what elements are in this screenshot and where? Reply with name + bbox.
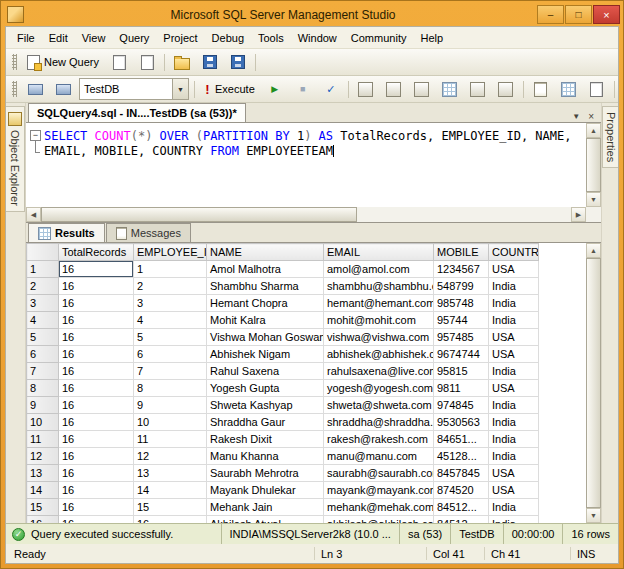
menu-file[interactable]: File: [10, 29, 42, 47]
column-header-mobile[interactable]: MOBILE: [434, 244, 489, 261]
grid-cell[interactable]: Mehank Jain: [207, 499, 324, 516]
scroll-up-icon[interactable]: ▲: [586, 243, 601, 258]
grid-cell[interactable]: 4: [134, 312, 207, 329]
grid-cell[interactable]: 16: [59, 329, 134, 346]
grid-cell[interactable]: India: [489, 499, 539, 516]
editor-vertical-scrollbar[interactable]: ▲ ▼: [586, 123, 601, 207]
grid-cell[interactable]: akhilesh@akhilesh.com: [324, 516, 434, 524]
row-header[interactable]: 12: [27, 448, 59, 465]
row-header[interactable]: 3: [27, 295, 59, 312]
grid-cell[interactable]: USA: [489, 482, 539, 499]
grid-cell[interactable]: USA: [489, 465, 539, 482]
grid-cell[interactable]: USA: [489, 261, 539, 278]
scroll-down-icon[interactable]: ▼: [586, 508, 601, 523]
grid-cell[interactable]: 7: [134, 363, 207, 380]
grid-cell[interactable]: 874520: [434, 482, 489, 499]
column-header-name[interactable]: NAME: [207, 244, 324, 261]
grid-cell[interactable]: 5: [134, 329, 207, 346]
toolbar-grip[interactable]: [12, 54, 17, 70]
scroll-up-icon[interactable]: ▲: [586, 123, 601, 138]
menu-tools[interactable]: Tools: [251, 29, 291, 47]
close-document-icon[interactable]: ×: [588, 111, 594, 122]
menu-query[interactable]: Query: [112, 29, 156, 47]
grid-cell[interactable]: 16: [59, 312, 134, 329]
grid-cell[interactable]: 16: [59, 261, 134, 278]
query-designer-button[interactable]: [380, 78, 408, 100]
menu-community[interactable]: Community: [344, 29, 414, 47]
row-header[interactable]: 4: [27, 312, 59, 329]
grid-vertical-scrollbar[interactable]: ▲ ▼: [586, 243, 601, 523]
grid-cell[interactable]: 84651...: [434, 431, 489, 448]
grid-cell[interactable]: hemant@hemant.com: [324, 295, 434, 312]
grid-cell[interactable]: 974845: [434, 397, 489, 414]
grid-cell[interactable]: 16: [59, 499, 134, 516]
analysis-services-query-button[interactable]: [133, 51, 161, 73]
scroll-right-icon[interactable]: ▶: [571, 207, 586, 222]
results-to-text-button[interactable]: [527, 78, 555, 100]
open-file-button[interactable]: [168, 51, 196, 73]
column-header-employee_id[interactable]: EMPLOYEE_ID: [134, 244, 207, 261]
grid-cell[interactable]: abhishek@abhishek.com: [324, 346, 434, 363]
grid-cell[interactable]: 14: [134, 482, 207, 499]
grid-cell[interactable]: rahulsaxena@live.com: [324, 363, 434, 380]
results-to-file-button[interactable]: [583, 78, 611, 100]
change-connection-button[interactable]: [49, 78, 77, 100]
grid-cell[interactable]: 1: [134, 261, 207, 278]
row-header[interactable]: 8: [27, 380, 59, 397]
grid-cell[interactable]: Hemant Chopra: [207, 295, 324, 312]
database-engine-query-button[interactable]: [105, 51, 133, 73]
menu-debug[interactable]: Debug: [205, 29, 251, 47]
grid-cell[interactable]: 12: [134, 448, 207, 465]
grid-cell[interactable]: 16: [59, 482, 134, 499]
menu-project[interactable]: Project: [156, 29, 204, 47]
grid-cell[interactable]: Yogesh Gupta: [207, 380, 324, 397]
grid-cell[interactable]: USA: [489, 380, 539, 397]
menu-edit[interactable]: Edit: [42, 29, 75, 47]
grid-cell[interactable]: Shweta Kashyap: [207, 397, 324, 414]
grid-cell[interactable]: 95815: [434, 363, 489, 380]
grid-cell[interactable]: 16: [59, 346, 134, 363]
grid-cell[interactable]: mayank@mayank.com: [324, 482, 434, 499]
row-header[interactable]: 9: [27, 397, 59, 414]
row-header[interactable]: 1: [27, 261, 59, 278]
grid-cell[interactable]: 11: [134, 431, 207, 448]
grid-cell[interactable]: Manu Khanna: [207, 448, 324, 465]
grid-cell[interactable]: Mohit Kalra: [207, 312, 324, 329]
grid-cell[interactable]: India: [489, 516, 539, 524]
column-header-totalrecords[interactable]: TotalRecords: [59, 244, 134, 261]
grid-cell[interactable]: amol@amol.com: [324, 261, 434, 278]
column-header-country[interactable]: COUNTRY: [489, 244, 539, 261]
grid-cell[interactable]: 10: [134, 414, 207, 431]
grid-cell[interactable]: 16: [59, 431, 134, 448]
grid-cell[interactable]: India: [489, 312, 539, 329]
chevron-down-icon[interactable]: ▼: [172, 79, 188, 99]
include-client-statistics-button[interactable]: [464, 78, 492, 100]
grid-cell[interactable]: India: [489, 448, 539, 465]
grid-cell[interactable]: 3: [134, 295, 207, 312]
column-header-email[interactable]: EMAIL: [324, 244, 434, 261]
grid-cell[interactable]: Abhishek Nigam: [207, 346, 324, 363]
grid-cell[interactable]: shambhu@shambhu.com: [324, 278, 434, 295]
grid-cell[interactable]: manu@manu.com: [324, 448, 434, 465]
grid-cell[interactable]: 9674744: [434, 346, 489, 363]
toolbar-grip[interactable]: [12, 81, 17, 97]
collapse-region-icon[interactable]: −: [30, 130, 41, 141]
execute-button[interactable]: ! Execute: [198, 78, 261, 100]
grid-cell[interactable]: mohit@mohit.com: [324, 312, 434, 329]
row-header[interactable]: 16: [27, 516, 59, 524]
row-header[interactable]: 2: [27, 278, 59, 295]
query-editor[interactable]: − SELECT COUNT(*) OVER (PARTITION BY 1) …: [26, 123, 601, 223]
grid-cell[interactable]: 8: [134, 380, 207, 397]
grid-cell[interactable]: 16: [59, 448, 134, 465]
maximize-button[interactable]: □: [565, 5, 592, 24]
grid-cell[interactable]: Amol Malhotra: [207, 261, 324, 278]
show-estimated-plan-button[interactable]: [352, 78, 380, 100]
active-files-dropdown-icon[interactable]: ▼: [572, 112, 580, 121]
document-tab[interactable]: SQLQuery4.sql - IN....TestDB (sa (53))*: [28, 103, 246, 122]
sql-line[interactable]: SELECT COUNT(*) OVER (PARTITION BY 1) AS…: [44, 129, 586, 144]
results-to-grid-button[interactable]: [555, 78, 583, 100]
scrollbar-thumb[interactable]: [41, 207, 357, 222]
grid-cell[interactable]: mehank@mehak.com: [324, 499, 434, 516]
row-header[interactable]: 13: [27, 465, 59, 482]
comment-button[interactable]: [618, 78, 619, 100]
